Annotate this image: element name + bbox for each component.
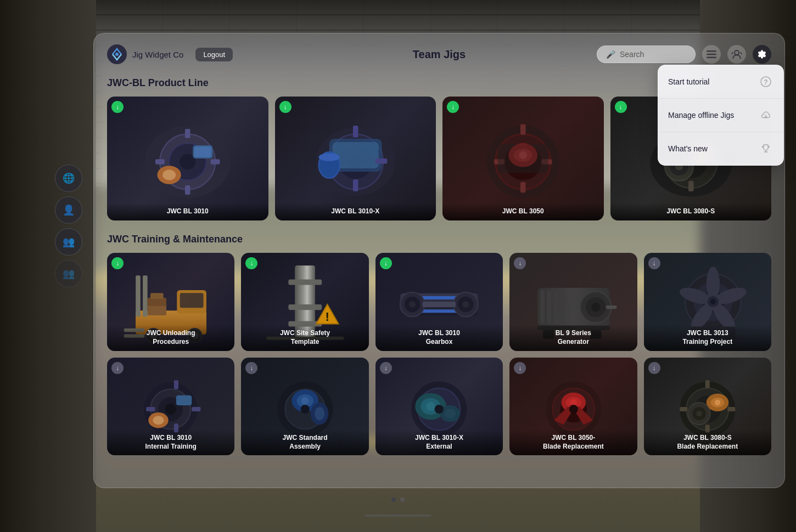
jig-label-site-safety: JWC Site SafetyTemplate — [241, 325, 368, 350]
jig-label-3013: JWC BL 3013Training Project — [644, 325, 771, 350]
header-right: 🎤 Search — [597, 45, 771, 64]
download-badge-internal: ↓ — [111, 362, 124, 374]
svg-rect-124 — [176, 395, 192, 405]
question-circle-icon: ? — [758, 74, 773, 89]
svg-point-119 — [153, 416, 164, 425]
dropdown-manage-offline[interactable]: Manage offline Jigs — [658, 99, 783, 132]
svg-rect-38 — [520, 182, 526, 193]
section-training: JWC Training & Maintenance — [107, 234, 771, 456]
download-badge-generator: ↓ — [514, 257, 526, 269]
search-bar[interactable]: 🎤 Search — [597, 46, 696, 63]
menu-icon-button[interactable] — [702, 45, 721, 64]
svg-rect-95 — [560, 291, 564, 324]
scroll-indicator — [365, 514, 431, 517]
svg-rect-120 — [174, 380, 178, 389]
jig-label-3010x-ext: JWC BL 3010-XExternal — [375, 429, 503, 455]
jig-label-3050-blade: JWC BL 3050-Blade Replacement — [509, 429, 637, 455]
jig-card-3050[interactable]: ↓ JWC BL 3050 — [442, 97, 604, 220]
svg-rect-10 — [185, 129, 190, 138]
download-cloud-icon — [758, 107, 773, 123]
svg-rect-73 — [288, 280, 322, 285]
svg-rect-123 — [147, 407, 155, 411]
jig-card-gearbox[interactable]: ↓ JWC BL 3010Gearbox — [375, 253, 503, 351]
svg-rect-69 — [147, 298, 166, 306]
svg-rect-26 — [375, 159, 387, 164]
svg-point-141 — [435, 405, 444, 414]
svg-rect-2 — [707, 50, 716, 52]
svg-text:!: ! — [325, 310, 329, 324]
svg-rect-161 — [680, 407, 687, 411]
dropdown-start-tutorial[interactable]: Start tutorial ? — [658, 65, 783, 99]
company-name: Jig Widget Co — [132, 50, 183, 59]
svg-rect-61 — [143, 275, 148, 316]
notification-icon-button[interactable] — [727, 45, 746, 64]
svg-rect-37 — [520, 124, 526, 135]
jig-card-3010[interactable]: ↓ JWC BL 3010 — [107, 97, 268, 220]
jig-card-generator[interactable]: ↓ BL 9 SeriesGenerator — [509, 253, 637, 351]
logout-button[interactable]: Logout — [195, 48, 233, 61]
settings-icon-button[interactable] — [753, 45, 771, 64]
svg-rect-17 — [194, 146, 211, 157]
section-title-2: JWC Training & Maintenance — [107, 234, 771, 245]
svg-point-106 — [707, 267, 720, 300]
svg-rect-158 — [705, 380, 710, 388]
dropdown-label-offline: Manage offline Jigs — [668, 111, 734, 120]
svg-rect-92 — [540, 291, 545, 324]
jig-card-3010x-ext[interactable]: ↓ JWC BL 3010-XExternal — [375, 358, 503, 456]
trophy-icon — [758, 141, 773, 156]
card-visual-3010 — [107, 97, 268, 220]
sidebar-item-team2[interactable]: 👥 — [55, 260, 82, 287]
jig-label-gearbox: JWC BL 3010Gearbox — [375, 325, 503, 350]
svg-point-88 — [463, 301, 469, 308]
svg-rect-4 — [707, 57, 716, 59]
sidebar-item-person[interactable]: 👤 — [55, 196, 82, 224]
download-badge-3010: ↓ — [111, 101, 124, 113]
jig-card-site-safety[interactable]: ! ↓ JWC Site SafetyTemplate — [241, 253, 368, 351]
pagination — [391, 497, 405, 502]
pagination-dot-1[interactable] — [391, 497, 396, 502]
dropdown-whats-new[interactable]: What's new — [658, 132, 783, 165]
svg-point-117 — [165, 404, 176, 415]
microphone-icon: 🎤 — [606, 50, 615, 59]
sidebar-item-team1[interactable]: 👥 — [55, 228, 82, 256]
training-row-2: ↓ JWC BL 3010Internal Training — [107, 358, 771, 456]
jig-card-standard-assembly[interactable]: ↓ JWC StandardAssembly — [241, 358, 368, 456]
svg-rect-3 — [707, 54, 716, 55]
svg-point-154 — [715, 400, 720, 405]
jig-card-3013[interactable]: ↓ JWC BL 3013Training Project — [644, 253, 771, 351]
jig-card-internal-training[interactable]: ↓ JWC BL 3010Internal Training — [107, 358, 234, 456]
svg-rect-93 — [547, 291, 551, 324]
search-placeholder: Search — [620, 50, 644, 59]
jig-label-3080s: JWC BL 3080-S — [610, 203, 772, 220]
svg-rect-99 — [606, 305, 616, 309]
pagination-dot-2[interactable] — [400, 497, 405, 502]
svg-rect-160 — [727, 407, 735, 411]
svg-point-29 — [318, 153, 339, 161]
download-badge-unloading: ↓ — [111, 257, 124, 269]
jig-card-unloading[interactable]: ↓ JWC UnloadingProcedures — [107, 253, 234, 351]
jig-label-internal: JWC BL 3010Internal Training — [107, 429, 234, 455]
svg-rect-13 — [155, 159, 165, 165]
download-badge-3050-blade: ↓ — [514, 362, 526, 374]
app-logo — [107, 44, 127, 64]
svg-point-112 — [710, 299, 716, 304]
jig-card-3080s-blade[interactable]: ↓ JWC BL 3080-SBlade Replacement — [644, 358, 771, 456]
jig-card-3050-blade[interactable]: ↓ JWC BL 3050-Blade Replacement — [509, 358, 637, 456]
svg-text:?: ? — [764, 78, 767, 86]
card-visual-3010x — [275, 97, 436, 220]
dropdown-label-tutorial: Start tutorial — [668, 77, 709, 86]
page-title: Team Jigs — [413, 48, 466, 61]
jig-label-3080s-blade: JWC BL 3080-SBlade Replacement — [644, 429, 771, 455]
dropdown-menu: Start tutorial ? Manage offline Jigs Wha… — [658, 65, 784, 166]
svg-point-85 — [409, 301, 416, 308]
sidebar: 🌐 👤 👥 👥 — [55, 165, 82, 287]
download-badge-site-safety: ↓ — [245, 257, 257, 269]
jig-card-3010x[interactable]: ↓ JWC BL 3010-X — [275, 97, 436, 220]
svg-point-5 — [735, 50, 739, 55]
sidebar-item-globe[interactable]: 🌐 — [55, 165, 82, 192]
jig-label-generator: BL 9 SeriesGenerator — [509, 325, 637, 350]
download-badge-3050: ↓ — [447, 101, 459, 113]
jig-label-unloading: JWC UnloadingProcedures — [107, 325, 234, 350]
svg-point-98 — [591, 303, 600, 312]
download-badge-standard-assembly: ↓ — [245, 362, 257, 374]
